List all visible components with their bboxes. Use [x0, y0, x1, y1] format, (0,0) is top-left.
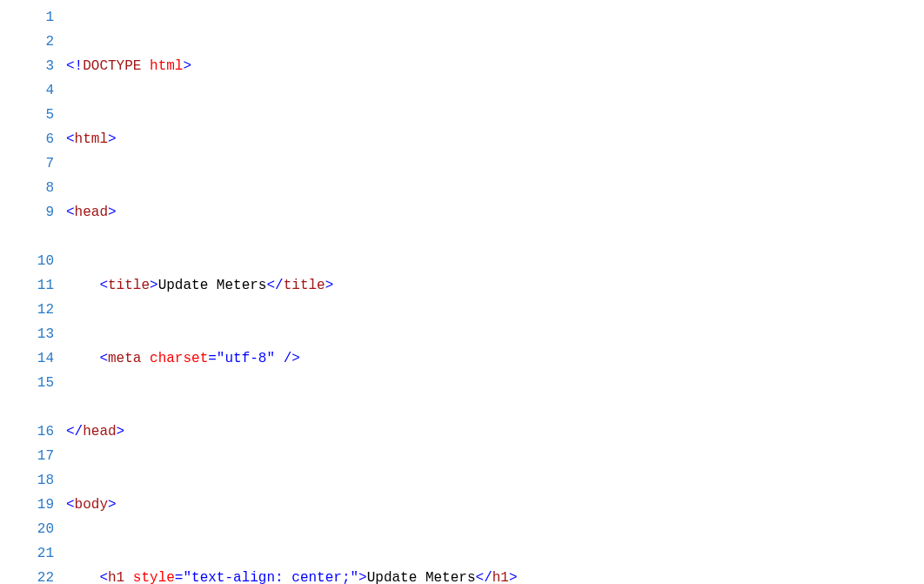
code-line[interactable]: <body>	[66, 493, 907, 517]
line-number: 15	[0, 371, 54, 395]
line-number: 13	[0, 322, 54, 346]
line-number: 9	[0, 200, 54, 225]
line-number: 6	[0, 127, 54, 151]
code-line[interactable]: <title>Update Meters</title>	[66, 273, 907, 298]
line-number-blank	[0, 395, 54, 420]
line-number: 2	[0, 30, 54, 54]
line-number-gutter: 1 2 3 4 5 6 7 8 9 10 11 12 13 14 15 16 1…	[0, 5, 66, 584]
line-number-blank	[0, 225, 54, 249]
line-number: 16	[0, 420, 54, 444]
line-number: 8	[0, 176, 54, 200]
code-line[interactable]: <!DOCTYPE html>	[66, 54, 907, 78]
code-line[interactable]: <meta charset="utf-8" />	[66, 346, 907, 371]
line-number: 11	[0, 273, 54, 298]
line-number: 12	[0, 298, 54, 322]
code-editor: 1 2 3 4 5 6 7 8 9 10 11 12 13 14 15 16 1…	[0, 0, 924, 584]
line-number: 4	[0, 78, 54, 103]
line-number: 19	[0, 493, 54, 517]
line-number: 1	[0, 5, 54, 30]
line-number: 5	[0, 103, 54, 127]
code-line[interactable]: <h1 style="text-align: center;">Update M…	[66, 566, 907, 584]
line-number: 14	[0, 346, 54, 371]
line-number: 17	[0, 444, 54, 468]
line-number: 18	[0, 468, 54, 493]
line-number: 21	[0, 541, 54, 566]
line-number: 7	[0, 151, 54, 176]
code-line[interactable]: </head>	[66, 420, 907, 444]
line-number: 10	[0, 249, 54, 273]
line-number: 20	[0, 517, 54, 541]
line-number: 3	[0, 54, 54, 78]
code-line[interactable]: <head>	[66, 200, 907, 225]
line-number: 22	[0, 566, 54, 584]
code-area[interactable]: <!DOCTYPE html> <html> <head> <title>Upd…	[66, 5, 924, 584]
code-line[interactable]: <html>	[66, 127, 907, 151]
